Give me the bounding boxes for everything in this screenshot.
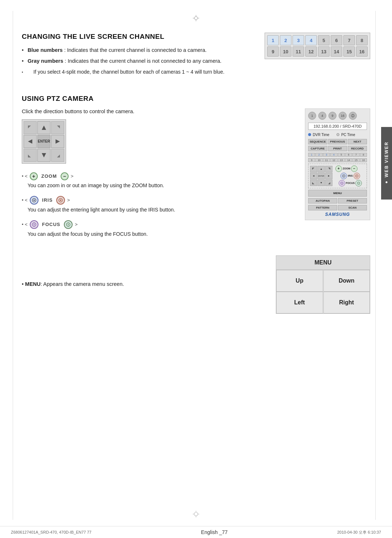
channel-15: 15 [343, 46, 355, 57]
zoom-gt: > [71, 173, 74, 179]
svg-marker-9 [56, 139, 60, 144]
svg-point-37 [342, 183, 342, 184]
remote-ch-11[interactable]: 11 [323, 158, 330, 162]
rdpad-up[interactable]: ▲ [318, 166, 325, 172]
iris-lt: • < [22, 197, 28, 203]
channel-2: 2 [280, 35, 291, 45]
web-viewer-label: ● WEB VIEWER [384, 141, 389, 185]
dpad-up[interactable] [37, 121, 50, 134]
remote-address-bar: 192.168.0.200 / SRD-470D [308, 123, 367, 130]
focus-gt: > [75, 222, 78, 227]
svg-point-39 [358, 183, 359, 184]
svg-marker-31 [328, 182, 330, 184]
remote-ch-1[interactable]: 1 [308, 153, 315, 157]
channel-14: 14 [331, 46, 342, 57]
remote-ch-5[interactable]: 5 [338, 153, 345, 157]
remote-iris-label: IRIS [348, 174, 353, 177]
remote-ch-13[interactable]: 13 [338, 158, 345, 162]
remote-ch-6[interactable]: 6 [345, 153, 352, 157]
remote-zoom-minus[interactable]: − [351, 165, 358, 172]
remote-ch-10[interactable]: 10 [315, 158, 322, 162]
channel-13: 13 [318, 46, 330, 57]
remote-seqrow: SEQUENCE PREVIOUS NEXT [308, 139, 367, 144]
channel-3: 3 [293, 35, 304, 45]
remote-icon-1[interactable]: 1 [308, 112, 316, 120]
menu-desc: : Appears the camera menu screen. [41, 281, 124, 287]
remote-ch-7[interactable]: 7 [352, 153, 359, 157]
dpad-right[interactable] [51, 135, 64, 148]
menu-left-btn[interactable]: Left [276, 292, 323, 313]
remote-menu-btn[interactable]: MENU [308, 190, 367, 197]
svg-point-40 [194, 512, 198, 516]
remote-pattern-btn[interactable]: PATTERN [308, 205, 337, 210]
channel-16: 16 [356, 46, 368, 57]
remote-dpad: ▲ ◄ ENTER ► ▼ [310, 166, 332, 186]
dpad-topright[interactable] [51, 121, 64, 134]
rdpad-br[interactable] [325, 180, 332, 186]
remote-focus-icon2[interactable] [355, 180, 362, 186]
bullet-blue-numbers: Blue numbers : Indicates that the curren… [22, 46, 250, 54]
rdpad-tr[interactable] [325, 166, 332, 172]
iris-ctrl-line: • < IRIS > [22, 196, 294, 205]
remote-ch-9[interactable]: 9 [308, 158, 315, 162]
remote-iris-icon[interactable] [340, 173, 347, 179]
remote-ch-14[interactable]: 14 [345, 158, 352, 162]
remote-pc-time: PC Time [336, 133, 355, 137]
web-viewer-sidebar: ● WEB VIEWER [381, 127, 392, 200]
dpad-down[interactable] [37, 149, 50, 162]
remote-ch-3[interactable]: 3 [323, 153, 330, 157]
remote-prev-btn[interactable]: PREVIOUS [328, 139, 347, 144]
channel-6: 6 [331, 35, 342, 45]
remote-ch-15[interactable]: 15 [352, 158, 359, 162]
channel-7: 7 [343, 35, 355, 45]
remote-icon-9[interactable]: 9 [328, 112, 336, 120]
remote-iris-icon2[interactable] [354, 173, 360, 179]
remote-cap-btn[interactable]: CAPTURE [308, 146, 327, 151]
menu-up-btn[interactable]: Up [276, 270, 323, 292]
remote-focus-icon1[interactable] [339, 180, 345, 186]
remote-ch-16[interactable]: 16 [360, 158, 367, 162]
remote-rec-btn[interactable]: RECORD [348, 146, 367, 151]
menu-right-btn[interactable]: Right [323, 292, 370, 313]
rdpad-tl[interactable] [310, 166, 317, 172]
remote-print-btn[interactable]: PRINT [328, 146, 347, 151]
remote-icon-16[interactable]: 16 [339, 112, 347, 120]
remote-ch-8[interactable]: 8 [360, 153, 367, 157]
svg-point-33 [343, 175, 344, 176]
dpad-topleft[interactable] [24, 121, 37, 134]
ptz-intro: Click the direction buttons to control t… [22, 108, 294, 114]
iris-left-icon [30, 196, 38, 205]
remote-ch-2[interactable]: 2 [315, 153, 322, 157]
section1-left: CHANGING THE LIVE SCREEN CHANNEL Blue nu… [22, 33, 265, 80]
remote-autopan-btn[interactable]: AUTOPAN [308, 198, 337, 204]
channel-12: 12 [305, 46, 317, 57]
remote-icon-nav[interactable] [349, 112, 357, 120]
remote-seq-btn[interactable]: SEQUENCE [308, 139, 327, 144]
dpad-left[interactable] [24, 135, 37, 148]
focus-right-icon [64, 220, 73, 229]
remote-scan-btn[interactable]: SCAN [338, 205, 367, 210]
dpad-bottomright[interactable] [51, 149, 64, 162]
iris-label: IRIS [42, 197, 53, 203]
rdpad-bl[interactable] [310, 180, 317, 186]
focus-left-icon [30, 220, 38, 229]
menu-down-btn[interactable]: Down [323, 270, 370, 292]
rdpad-right[interactable]: ► [325, 173, 332, 179]
dpad-enter[interactable]: ENTER [37, 135, 50, 148]
rdpad-center[interactable]: ENTER [318, 173, 325, 179]
remote-preset-btn[interactable]: PRESET [338, 198, 367, 204]
remote-zoom-plus[interactable]: + [335, 165, 342, 172]
dpad-bottomleft[interactable] [24, 149, 37, 162]
remote-next-btn[interactable]: NEXT [348, 139, 367, 144]
section1-title: CHANGING THE LIVE SCREEN CHANNEL [22, 33, 250, 41]
menu-keyword: MENU [25, 281, 41, 287]
rdpad-down[interactable]: ▼ [318, 180, 325, 186]
remote-focus-row: FOCUS [335, 180, 365, 186]
iris-right-icon [56, 196, 65, 205]
rdpad-left[interactable]: ◄ [310, 173, 317, 179]
remote-ch-4[interactable]: 4 [330, 153, 337, 157]
remote-icon-4[interactable]: 4 [318, 112, 326, 120]
remote-ch-12[interactable]: 12 [330, 158, 337, 162]
zoom-plus-icon: + [30, 172, 38, 180]
remote-pattern-row: PATTERN SCAN [308, 205, 367, 210]
